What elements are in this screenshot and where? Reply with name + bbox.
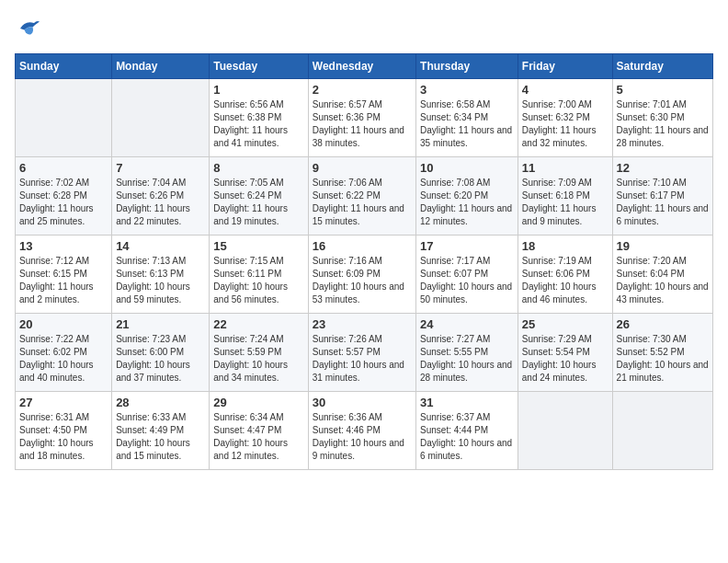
weekday-header: Tuesday [210, 54, 308, 79]
day-number: 11 [522, 161, 609, 175]
day-number: 31 [420, 396, 514, 409]
calendar-cell: 30Sunrise: 6:36 AM Sunset: 4:46 PM Dayli… [308, 392, 415, 470]
day-info: Sunrise: 6:37 AM Sunset: 4:44 PM Dayligh… [420, 411, 514, 463]
weekday-header: Thursday [416, 54, 518, 79]
day-number: 18 [522, 239, 609, 253]
day-info: Sunrise: 7:19 AM Sunset: 6:06 PM Dayligh… [522, 255, 609, 306]
day-number: 13 [19, 239, 108, 253]
day-number: 19 [617, 239, 709, 253]
calendar-week-row: 20Sunrise: 7:22 AM Sunset: 6:02 PM Dayli… [16, 314, 713, 392]
calendar-week-row: 6Sunrise: 7:02 AM Sunset: 6:28 PM Daylig… [16, 157, 713, 236]
page-header [15, 15, 713, 42]
day-info: Sunrise: 6:58 AM Sunset: 6:34 PM Dayligh… [420, 98, 514, 150]
calendar-cell [518, 392, 612, 470]
day-number: 4 [522, 83, 609, 97]
calendar-week-row: 13Sunrise: 7:12 AM Sunset: 6:15 PM Dayli… [16, 236, 713, 314]
day-number: 8 [213, 161, 303, 175]
calendar-cell: 14Sunrise: 7:13 AM Sunset: 6:13 PM Dayli… [112, 236, 210, 314]
day-info: Sunrise: 7:02 AM Sunset: 6:28 PM Dayligh… [19, 177, 108, 228]
weekday-header: Monday [112, 54, 210, 79]
calendar-cell: 26Sunrise: 7:30 AM Sunset: 5:52 PM Dayli… [612, 314, 712, 392]
calendar-cell: 1Sunrise: 6:56 AM Sunset: 6:38 PM Daylig… [210, 79, 308, 157]
calendar-cell: 5Sunrise: 7:01 AM Sunset: 6:30 PM Daylig… [612, 79, 712, 157]
calendar-cell: 15Sunrise: 7:15 AM Sunset: 6:11 PM Dayli… [210, 236, 308, 314]
day-number: 16 [313, 239, 412, 253]
day-number: 14 [116, 239, 205, 253]
day-info: Sunrise: 7:08 AM Sunset: 6:20 PM Dayligh… [420, 177, 514, 228]
calendar-cell: 2Sunrise: 6:57 AM Sunset: 6:36 PM Daylig… [308, 79, 415, 157]
day-info: Sunrise: 7:01 AM Sunset: 6:30 PM Dayligh… [617, 98, 709, 150]
calendar-cell: 13Sunrise: 7:12 AM Sunset: 6:15 PM Dayli… [16, 236, 112, 314]
day-info: Sunrise: 6:34 AM Sunset: 4:47 PM Dayligh… [213, 411, 303, 463]
calendar-cell: 22Sunrise: 7:24 AM Sunset: 5:59 PM Dayli… [210, 314, 308, 392]
calendar-cell: 17Sunrise: 7:17 AM Sunset: 6:07 PM Dayli… [416, 236, 518, 314]
day-info: Sunrise: 7:27 AM Sunset: 5:55 PM Dayligh… [420, 333, 514, 385]
day-info: Sunrise: 7:16 AM Sunset: 6:09 PM Dayligh… [313, 255, 412, 306]
day-number: 20 [19, 317, 108, 331]
calendar-cell: 10Sunrise: 7:08 AM Sunset: 6:20 PM Dayli… [416, 157, 518, 236]
day-number: 26 [617, 317, 709, 331]
calendar-cell: 4Sunrise: 7:00 AM Sunset: 6:32 PM Daylig… [518, 79, 612, 157]
day-info: Sunrise: 7:17 AM Sunset: 6:07 PM Dayligh… [420, 255, 514, 306]
calendar-cell: 3Sunrise: 6:58 AM Sunset: 6:34 PM Daylig… [416, 79, 518, 157]
day-info: Sunrise: 7:24 AM Sunset: 5:59 PM Dayligh… [213, 333, 303, 385]
calendar-cell: 23Sunrise: 7:26 AM Sunset: 5:57 PM Dayli… [308, 314, 415, 392]
calendar-cell: 16Sunrise: 7:16 AM Sunset: 6:09 PM Dayli… [308, 236, 415, 314]
calendar-week-row: 27Sunrise: 6:31 AM Sunset: 4:50 PM Dayli… [16, 392, 713, 470]
day-info: Sunrise: 6:33 AM Sunset: 4:49 PM Dayligh… [116, 411, 205, 463]
day-number: 24 [420, 317, 514, 331]
day-info: Sunrise: 6:31 AM Sunset: 4:50 PM Dayligh… [19, 411, 108, 463]
day-info: Sunrise: 7:10 AM Sunset: 6:17 PM Dayligh… [617, 177, 709, 228]
day-number: 30 [313, 396, 412, 409]
day-info: Sunrise: 7:06 AM Sunset: 6:22 PM Dayligh… [313, 177, 412, 228]
calendar-cell: 21Sunrise: 7:23 AM Sunset: 6:00 PM Dayli… [112, 314, 210, 392]
calendar-cell: 20Sunrise: 7:22 AM Sunset: 6:02 PM Dayli… [16, 314, 112, 392]
day-info: Sunrise: 7:30 AM Sunset: 5:52 PM Dayligh… [617, 333, 709, 385]
day-info: Sunrise: 6:36 AM Sunset: 4:46 PM Dayligh… [313, 411, 412, 463]
weekday-header: Friday [518, 54, 612, 79]
day-number: 27 [19, 396, 108, 409]
day-number: 1 [213, 83, 303, 97]
logo [15, 15, 46, 42]
calendar-cell: 8Sunrise: 7:05 AM Sunset: 6:24 PM Daylig… [210, 157, 308, 236]
weekday-header: Sunday [16, 54, 112, 79]
day-info: Sunrise: 7:26 AM Sunset: 5:57 PM Dayligh… [313, 333, 412, 385]
day-number: 7 [116, 161, 205, 175]
weekday-header: Saturday [612, 54, 712, 79]
day-number: 15 [213, 239, 303, 253]
calendar-cell: 31Sunrise: 6:37 AM Sunset: 4:44 PM Dayli… [416, 392, 518, 470]
calendar-cell: 24Sunrise: 7:27 AM Sunset: 5:55 PM Dayli… [416, 314, 518, 392]
day-number: 12 [617, 161, 709, 175]
calendar-cell: 18Sunrise: 7:19 AM Sunset: 6:06 PM Dayli… [518, 236, 612, 314]
day-number: 9 [313, 161, 412, 175]
day-number: 22 [213, 317, 303, 331]
calendar-cell: 12Sunrise: 7:10 AM Sunset: 6:17 PM Dayli… [612, 157, 712, 236]
calendar-cell: 6Sunrise: 7:02 AM Sunset: 6:28 PM Daylig… [16, 157, 112, 236]
day-number: 25 [522, 317, 609, 331]
day-info: Sunrise: 7:23 AM Sunset: 6:00 PM Dayligh… [116, 333, 205, 385]
day-info: Sunrise: 7:22 AM Sunset: 6:02 PM Dayligh… [19, 333, 108, 385]
day-number: 3 [420, 83, 514, 97]
day-info: Sunrise: 7:20 AM Sunset: 6:04 PM Dayligh… [617, 255, 709, 306]
day-number: 23 [313, 317, 412, 331]
day-number: 2 [313, 83, 412, 97]
calendar-cell [612, 392, 712, 470]
logo-icon [15, 15, 42, 42]
calendar-cell [16, 79, 112, 157]
day-number: 28 [116, 396, 205, 409]
weekday-header-row: SundayMondayTuesdayWednesdayThursdayFrid… [16, 54, 713, 79]
day-number: 5 [617, 83, 709, 97]
day-info: Sunrise: 7:13 AM Sunset: 6:13 PM Dayligh… [116, 255, 205, 306]
calendar-cell: 7Sunrise: 7:04 AM Sunset: 6:26 PM Daylig… [112, 157, 210, 236]
day-info: Sunrise: 7:00 AM Sunset: 6:32 PM Dayligh… [522, 98, 609, 150]
day-number: 21 [116, 317, 205, 331]
day-info: Sunrise: 7:29 AM Sunset: 5:54 PM Dayligh… [522, 333, 609, 385]
calendar-week-row: 1Sunrise: 6:56 AM Sunset: 6:38 PM Daylig… [16, 79, 713, 157]
calendar-cell: 19Sunrise: 7:20 AM Sunset: 6:04 PM Dayli… [612, 236, 712, 314]
calendar-cell: 27Sunrise: 6:31 AM Sunset: 4:50 PM Dayli… [16, 392, 112, 470]
day-number: 10 [420, 161, 514, 175]
day-number: 6 [19, 161, 108, 175]
calendar-cell: 25Sunrise: 7:29 AM Sunset: 5:54 PM Dayli… [518, 314, 612, 392]
day-info: Sunrise: 6:56 AM Sunset: 6:38 PM Dayligh… [213, 98, 303, 150]
day-info: Sunrise: 7:09 AM Sunset: 6:18 PM Dayligh… [522, 177, 609, 228]
